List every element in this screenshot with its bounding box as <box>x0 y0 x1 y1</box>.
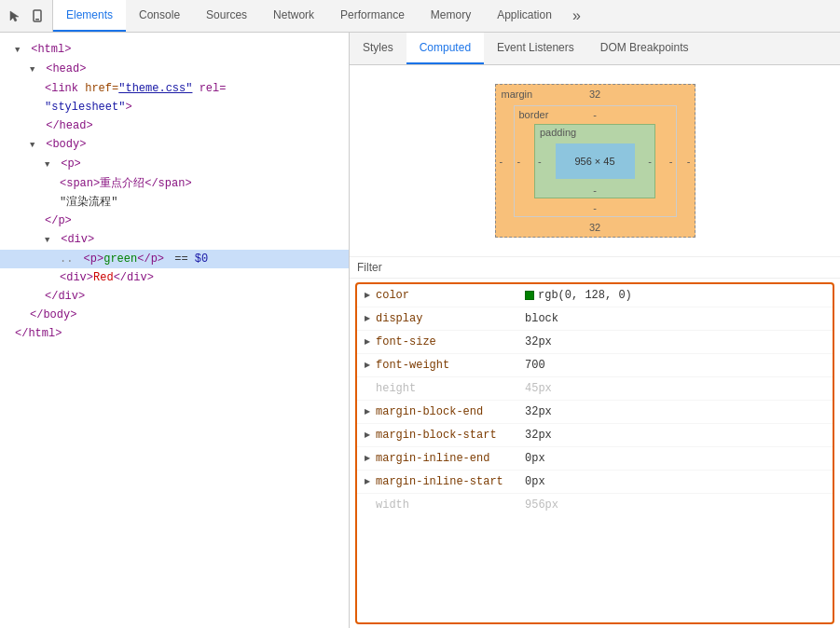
equals-sign: == <box>174 253 195 266</box>
tab-network-label: Network <box>273 8 314 21</box>
tag-html-close: </html> <box>15 327 62 340</box>
css-prop-row[interactable]: width956px <box>357 494 833 516</box>
filter-section: Filter <box>350 257 840 279</box>
border-label: border <box>519 109 549 120</box>
css-properties-panel: ▶colorrgb(0, 128, 0)▶displayblock▶font-s… <box>355 282 834 624</box>
tag-body-close: </body> <box>30 308 76 321</box>
dots: .. <box>60 253 80 266</box>
main-layout: <html> <head> <link href="theme.css" rel… <box>0 33 840 628</box>
margin-bottom-val: 32 <box>589 222 600 233</box>
arrow-p <box>45 157 54 173</box>
prop-toggle[interactable]: ▶ <box>365 472 374 491</box>
tag-link: <link <box>45 82 85 95</box>
tab-network[interactable]: Network <box>260 0 327 32</box>
prop-toggle[interactable]: ▶ <box>365 286 374 305</box>
html-node-head[interactable]: <head> <box>0 60 349 79</box>
arrow-div <box>45 232 54 249</box>
prop-toggle[interactable]: ▶ <box>365 333 374 351</box>
prop-name: margin-inline-end <box>376 449 525 468</box>
html-node-link[interactable]: <link href="theme.css" rel= <box>0 79 349 98</box>
sub-tab-styles[interactable]: Styles <box>350 33 406 64</box>
html-node-p[interactable]: <p> <box>0 155 349 174</box>
tab-elements[interactable]: Elements <box>53 0 126 32</box>
tag-rel: rel= <box>192 82 226 95</box>
text-green: green <box>103 253 137 266</box>
prop-value: 32px <box>525 333 552 351</box>
css-prop-row[interactable]: ▶margin-block-start32px <box>357 424 833 447</box>
prop-toggle-empty <box>365 496 374 514</box>
html-node-html[interactable]: <html> <box>0 40 349 60</box>
html-node-div-close[interactable]: </div> <box>0 287 349 306</box>
html-node-text[interactable]: "渲染流程" <box>0 193 349 212</box>
cursor-icon[interactable] <box>7 8 22 23</box>
css-prop-row[interactable]: ▶margin-block-end32px <box>357 401 833 424</box>
html-node-html-close[interactable]: </html> <box>0 324 349 343</box>
html-node-body[interactable]: <body> <box>0 135 349 155</box>
more-tabs-icon: » <box>572 7 581 24</box>
tab-application[interactable]: Application <box>484 0 565 32</box>
prop-toggle[interactable]: ▶ <box>365 356 374 375</box>
sub-tab-dom-breakpoints[interactable]: DOM Breakpoints <box>587 33 702 64</box>
prop-name: margin-block-start <box>376 426 525 444</box>
css-prop-row[interactable]: ▶margin-inline-end0px <box>357 447 833 471</box>
color-swatch <box>525 291 534 300</box>
tag-div: <div> <box>61 233 94 246</box>
tag-div-red-close: </div> <box>114 271 154 284</box>
content-dimensions: 956 × 45 <box>574 156 614 167</box>
prop-toggle[interactable]: ▶ <box>365 426 374 444</box>
css-prop-row[interactable]: ▶font-size32px <box>357 331 833 354</box>
prop-toggle[interactable]: ▶ <box>365 309 374 328</box>
prop-name: color <box>376 286 525 305</box>
css-prop-row[interactable]: height45px <box>357 377 833 401</box>
box-model-section: margin 32 32 - - border - - - - padding … <box>350 65 840 257</box>
sub-tab-computed[interactable]: Computed <box>406 33 484 64</box>
arrow-head <box>30 61 39 78</box>
html-node-div-red[interactable]: <div>Red</div> <box>0 268 349 287</box>
tab-console[interactable]: Console <box>126 0 193 32</box>
prop-name: font-size <box>376 333 525 351</box>
tab-sources[interactable]: Sources <box>193 0 260 32</box>
html-node-span[interactable]: <span>重点介绍</span> <box>0 174 349 193</box>
css-prop-row[interactable]: ▶displayblock <box>357 307 833 331</box>
css-prop-row[interactable]: ▶colorrgb(0, 128, 0) <box>357 284 833 307</box>
padding-bottom-val: - <box>593 184 597 196</box>
prop-value: 45px <box>525 379 552 398</box>
sub-tab-event-listeners[interactable]: Event Listeners <box>484 33 587 64</box>
margin-label: margin <box>502 89 533 100</box>
mobile-icon[interactable] <box>30 8 45 23</box>
sub-tab-dom-breakpoints-label: DOM Breakpoints <box>600 41 689 54</box>
html-node-body-close[interactable]: </body> <box>0 306 349 324</box>
attr-val-theme: "theme.css" <box>118 82 192 95</box>
prop-name: font-weight <box>376 356 525 375</box>
tab-console-label: Console <box>139 8 180 21</box>
prop-value: 0px <box>525 472 545 491</box>
html-node-head-close[interactable]: </head> <box>0 116 349 135</box>
tab-memory[interactable]: Memory <box>418 0 484 32</box>
prop-name: height <box>376 379 525 398</box>
html-node-div[interactable]: <div> <box>0 230 349 250</box>
prop-toggle-empty <box>365 379 374 398</box>
prop-toggle[interactable]: ▶ <box>365 449 374 468</box>
box-margin: margin 32 32 - - border - - - - padding … <box>495 84 695 238</box>
more-tabs-button[interactable]: » <box>565 0 588 32</box>
attr-val-stylesheet: "stylesheet" <box>45 101 125 114</box>
sub-tab-computed-label: Computed <box>420 41 471 54</box>
padding-right-val: - <box>648 156 652 167</box>
main-tabs: Elements Console Sources Network Perform… <box>53 0 588 32</box>
tab-performance[interactable]: Performance <box>327 0 418 32</box>
html-node-p-green[interactable]: .. <p>green</p> == $0 <box>0 250 349 268</box>
css-prop-row[interactable]: ▶font-weight700 <box>357 354 833 377</box>
prop-toggle[interactable]: ▶ <box>365 403 374 421</box>
attr-href: href= <box>85 82 118 95</box>
tag-div-red: <div> <box>60 271 93 284</box>
box-content: 956 × 45 <box>556 143 635 179</box>
border-top-val: - <box>593 109 597 120</box>
prop-value: 32px <box>525 426 552 444</box>
css-prop-row[interactable]: ▶margin-inline-start0px <box>357 471 833 494</box>
margin-right-val: - <box>687 156 691 167</box>
text-node: "渲染流程" <box>60 196 117 209</box>
prop-value: 700 <box>525 356 545 375</box>
html-node-p-close[interactable]: </p> <box>0 212 349 230</box>
box-padding: padding - - - 956 × 45 <box>534 124 655 198</box>
sub-tab-styles-label: Styles <box>363 41 393 54</box>
